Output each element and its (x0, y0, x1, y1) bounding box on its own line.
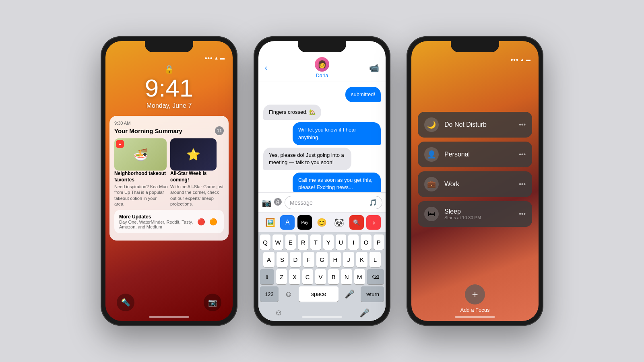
notch-1 (145, 41, 193, 52)
work-more[interactable]: ••• (519, 181, 526, 188)
keyboard: Q W E R T Y U I O P A S D F G H (258, 232, 386, 305)
key-g[interactable]: G (316, 252, 328, 267)
emoji-key[interactable]: ☺ (281, 287, 297, 301)
mic-key[interactable]: 🎤 (341, 287, 359, 301)
search-icon[interactable]: 🔍 (349, 215, 364, 230)
article-2-desc: With the All-Star Game just around the c… (170, 184, 224, 207)
more-updates-icons: 🔴 🟠 (196, 216, 219, 227)
return-key[interactable]: return (361, 286, 384, 302)
contact-avatar: 👩 (315, 57, 329, 72)
appstore-icon[interactable]: A (280, 215, 295, 230)
keyboard-row-2: A S D F G H J K L (260, 252, 384, 267)
do-not-disturb-more[interactable]: ••• (519, 121, 526, 128)
article-2-title: All-Star Week is coming! (170, 171, 224, 183)
key-p[interactable]: P (374, 234, 384, 250)
app-store-action-button[interactable]: 🅐 (274, 198, 282, 207)
key-y[interactable]: Y (323, 234, 334, 250)
key-d[interactable]: D (290, 252, 301, 267)
focus-status-bar: ●●● ▲ ▬ (411, 57, 539, 62)
lock-icon: 🔒 (105, 64, 233, 74)
key-x[interactable]: X (289, 269, 300, 284)
key-c[interactable]: C (302, 269, 313, 284)
back-button[interactable]: ‹ (265, 64, 267, 72)
delete-key[interactable]: ⌫ (367, 269, 384, 284)
key-w[interactable]: W (272, 234, 283, 250)
focus-item-personal[interactable]: 👤 Personal ••• (418, 142, 532, 167)
more-updates-desc: Day One, WaterMinder, Reddit, Tasty, Ama… (119, 220, 196, 229)
article-images: ● Neighborhood takeout favorites Need in… (114, 138, 224, 207)
camera-button[interactable]: 📷 (204, 294, 221, 311)
notification-card[interactable]: 9:30 AM Your Morning Summary 11 ● Neighb… (109, 116, 229, 241)
work-label: Work (444, 181, 513, 188)
key-q[interactable]: Q (260, 234, 270, 250)
notch-3 (451, 41, 499, 52)
personal-more[interactable]: ••• (519, 151, 526, 158)
key-v[interactable]: V (315, 269, 326, 284)
key-r[interactable]: R (298, 234, 308, 250)
phone-2-screen: ‹ 👩 Darla 📹 submitted! Fingers crossed. … (258, 41, 386, 321)
emoji-bar-icon[interactable]: ☺ (275, 308, 283, 318)
key-n[interactable]: N (341, 269, 352, 284)
flashlight-button[interactable]: 🔦 (117, 294, 134, 311)
focus-item-do-not-disturb[interactable]: 🌙 Do Not Disturb ••• (418, 112, 532, 138)
key-t[interactable]: T (310, 234, 321, 250)
message-bubble-3: Will let you know if I hear anything. (293, 122, 381, 145)
article-1: ● Neighborhood takeout favorites Need in… (114, 138, 168, 207)
do-not-disturb-icon: 🌙 (424, 117, 439, 132)
mic-bar-icon[interactable]: 🎤 (359, 308, 369, 318)
app-badge-1: ● (116, 140, 124, 148)
keyboard-row-3: ⇧ Z X C V B N M ⌫ (260, 269, 384, 284)
photos-app-icon[interactable]: 🖼️ (263, 215, 277, 230)
focus-item-work[interactable]: 💼 Work ••• (418, 171, 532, 197)
message-input-field[interactable]: Message 🎵 (285, 196, 382, 209)
shift-key[interactable]: ⇧ (260, 269, 274, 284)
key-u[interactable]: U (336, 234, 346, 250)
key-f[interactable]: F (303, 252, 314, 267)
phone-1-screen: ●●● ▲ ▬ 🔒 9:41 Monday, June 7 9:30 AM Yo… (105, 41, 233, 321)
memoji-icon[interactable]: 😊 (315, 215, 329, 230)
phone-2: ‹ 👩 Darla 📹 submitted! Fingers crossed. … (254, 36, 390, 326)
camera-action-button[interactable]: 📷 (262, 198, 272, 208)
app-strip: 🖼️ A Pay 😊 🐼 🔍 ♪ (258, 212, 386, 232)
battery-icon: ▬ (220, 56, 225, 60)
sleep-more[interactable]: ••• (519, 210, 526, 218)
personal-label: Personal (444, 151, 513, 158)
key-k[interactable]: K (356, 252, 367, 267)
message-bubble-1: submitted! (345, 87, 381, 102)
focus-screen: ●●● ▲ ▬ 🌙 Do Not Disturb ••• 👤 Personal … (411, 41, 539, 321)
sleep-label: Sleep (444, 208, 513, 215)
key-h[interactable]: H (330, 252, 341, 267)
numbers-key[interactable]: 123 (260, 286, 279, 302)
notif-title: Your Morning Summary 11 (114, 126, 224, 135)
key-i[interactable]: I (348, 234, 359, 250)
key-j[interactable]: J (343, 252, 354, 267)
notch-2 (298, 41, 346, 52)
key-e[interactable]: E (285, 234, 296, 250)
article-2-image (170, 138, 217, 171)
key-m[interactable]: M (354, 269, 365, 284)
add-focus-label: Add a Focus (460, 307, 490, 313)
music-icon[interactable]: ♪ (366, 215, 381, 230)
key-o[interactable]: O (361, 234, 371, 250)
key-l[interactable]: L (369, 252, 381, 267)
focus-battery: ▬ (526, 57, 530, 62)
lock-time: 9:41 (105, 76, 233, 101)
add-focus-button[interactable]: + (465, 284, 485, 304)
key-s[interactable]: S (277, 252, 288, 267)
lockscreen: ●●● ▲ ▬ 🔒 9:41 Monday, June 7 9:30 AM Yo… (105, 41, 233, 321)
space-key[interactable]: space (299, 286, 339, 302)
apple-pay-icon[interactable]: Pay (297, 215, 312, 230)
focus-item-sleep[interactable]: 🛏 Sleep Starts at 10:30 PM ••• (418, 201, 532, 227)
key-z[interactable]: Z (276, 269, 287, 284)
animoji-icon[interactable]: 🐼 (332, 215, 347, 230)
message-placeholder: Message (290, 200, 313, 206)
phone-3-screen: ●●● ▲ ▬ 🌙 Do Not Disturb ••• 👤 Personal … (411, 41, 539, 321)
message-bubble-4: Yes, please do! Just going into a meetin… (263, 148, 351, 170)
key-a[interactable]: A (263, 252, 275, 267)
key-b[interactable]: B (328, 269, 339, 284)
contact-info[interactable]: 👩 Darla (315, 57, 329, 78)
audio-wave-button[interactable]: 🎵 (369, 199, 377, 206)
home-indicator-3 (455, 316, 495, 318)
more-updates[interactable]: More Updates Day One, WaterMinder, Reddi… (114, 210, 224, 233)
video-call-button[interactable]: 📹 (369, 63, 379, 73)
